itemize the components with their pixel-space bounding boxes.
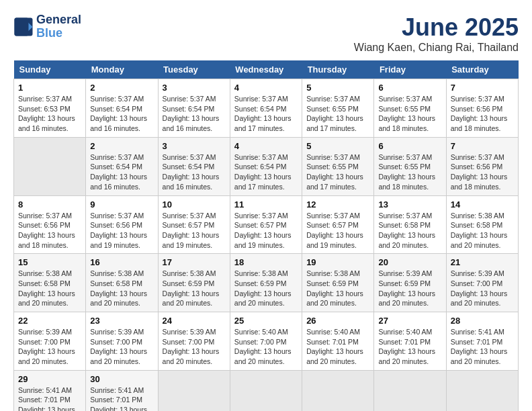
calendar-cell: 30 Sunrise: 5:41 AM Sunset: 7:01 PM Dayl… — [86, 370, 158, 411]
calendar-cell: 4 Sunrise: 5:37 AM Sunset: 6:54 PM Dayli… — [230, 79, 302, 138]
day-number: 17 — [163, 257, 226, 267]
day-number: 27 — [378, 316, 441, 326]
day-info: Sunrise: 5:37 AM Sunset: 6:54 PM Dayligh… — [234, 152, 298, 192]
calendar-cell: 6 Sunrise: 5:37 AM Sunset: 6:55 PM Dayli… — [374, 137, 446, 195]
day-number: 5 — [306, 141, 369, 151]
calendar-cell: 3 Sunrise: 5:37 AM Sunset: 6:54 PM Dayli… — [158, 137, 230, 195]
calendar-cell: 1 Sunrise: 5:37 AM Sunset: 6:53 PM Dayli… — [14, 79, 86, 138]
day-info: Sunrise: 5:37 AM Sunset: 6:54 PM Dayligh… — [90, 152, 153, 192]
calendar-cell: 29 Sunrise: 5:41 AM Sunset: 7:01 PM Dayl… — [14, 370, 86, 411]
day-number: 3 — [163, 141, 226, 151]
calendar-table: SundayMondayTuesdayWednesdayThursdayFrid… — [13, 60, 519, 411]
calendar-cell: 20 Sunrise: 5:39 AM Sunset: 6:59 PM Dayl… — [374, 254, 446, 312]
weekday-header-friday: Friday — [374, 60, 446, 79]
day-number: 6 — [378, 141, 441, 151]
svg-rect-2 — [15, 17, 29, 36]
day-info: Sunrise: 5:39 AM Sunset: 6:59 PM Dayligh… — [378, 269, 441, 308]
day-number: 4 — [234, 83, 298, 93]
calendar-cell: 18 Sunrise: 5:38 AM Sunset: 6:59 PM Dayl… — [230, 254, 302, 312]
header: General Blue June 2025 Wiang Kaen, Chian… — [13, 13, 519, 54]
day-info: Sunrise: 5:39 AM Sunset: 7:00 PM Dayligh… — [163, 327, 226, 367]
day-info: Sunrise: 5:40 AM Sunset: 7:00 PM Dayligh… — [234, 327, 298, 367]
day-number: 2 — [90, 141, 153, 151]
calendar-cell: 3 Sunrise: 5:37 AM Sunset: 6:54 PM Dayli… — [158, 79, 230, 138]
calendar-cell: 4 Sunrise: 5:37 AM Sunset: 6:54 PM Dayli… — [230, 137, 302, 195]
calendar-cell: 5 Sunrise: 5:37 AM Sunset: 6:55 PM Dayli… — [302, 137, 374, 195]
day-number: 9 — [90, 199, 153, 210]
calendar-cell: 28 Sunrise: 5:41 AM Sunset: 7:01 PM Dayl… — [446, 312, 518, 371]
calendar-cell: 12 Sunrise: 5:37 AM Sunset: 6:57 PM Dayl… — [302, 195, 374, 254]
day-info: Sunrise: 5:40 AM Sunset: 7:01 PM Dayligh… — [306, 327, 369, 367]
calendar-cell: 7 Sunrise: 5:37 AM Sunset: 6:56 PM Dayli… — [446, 79, 518, 138]
day-info: Sunrise: 5:37 AM Sunset: 6:56 PM Dayligh… — [451, 152, 514, 192]
day-number: 28 — [451, 316, 514, 326]
calendar-cell: 7 Sunrise: 5:37 AM Sunset: 6:56 PM Dayli… — [446, 137, 518, 195]
calendar-cell — [230, 370, 302, 411]
day-number: 6 — [378, 83, 441, 93]
calendar-cell: 13 Sunrise: 5:37 AM Sunset: 6:58 PM Dayl… — [374, 195, 446, 254]
day-info: Sunrise: 5:38 AM Sunset: 6:58 PM Dayligh… — [451, 211, 514, 250]
day-info: Sunrise: 5:39 AM Sunset: 7:00 PM Dayligh… — [451, 269, 514, 308]
weekday-header-saturday: Saturday — [446, 60, 518, 79]
weekday-header-wednesday: Wednesday — [230, 60, 302, 79]
day-info: Sunrise: 5:37 AM Sunset: 6:56 PM Dayligh… — [451, 94, 514, 134]
calendar-cell: 24 Sunrise: 5:39 AM Sunset: 7:00 PM Dayl… — [158, 312, 230, 371]
day-number: 13 — [378, 199, 441, 210]
calendar-cell: 10 Sunrise: 5:37 AM Sunset: 6:57 PM Dayl… — [158, 195, 230, 254]
calendar-cell — [14, 137, 86, 195]
day-number: 12 — [306, 199, 369, 210]
day-number: 23 — [90, 316, 153, 326]
calendar-cell — [374, 370, 446, 411]
calendar-cell — [158, 370, 230, 411]
day-info: Sunrise: 5:37 AM Sunset: 6:54 PM Dayligh… — [90, 94, 153, 134]
month-title: June 2025 — [354, 13, 519, 42]
calendar-cell: 2 Sunrise: 5:37 AM Sunset: 6:54 PM Dayli… — [86, 137, 158, 195]
day-info: Sunrise: 5:38 AM Sunset: 6:59 PM Dayligh… — [163, 269, 226, 308]
calendar-cell — [302, 370, 374, 411]
day-info: Sunrise: 5:41 AM Sunset: 7:01 PM Dayligh… — [18, 385, 81, 411]
day-number: 10 — [163, 199, 226, 210]
day-number: 19 — [306, 257, 369, 267]
day-number: 15 — [18, 257, 81, 267]
calendar-cell: 22 Sunrise: 5:39 AM Sunset: 7:00 PM Dayl… — [14, 312, 86, 371]
calendar-cell: 6 Sunrise: 5:37 AM Sunset: 6:55 PM Dayli… — [374, 79, 446, 138]
day-number: 3 — [163, 83, 226, 93]
day-info: Sunrise: 5:38 AM Sunset: 6:59 PM Dayligh… — [234, 269, 298, 308]
day-info: Sunrise: 5:37 AM Sunset: 6:57 PM Dayligh… — [234, 211, 298, 250]
weekday-header-thursday: Thursday — [302, 60, 374, 79]
day-info: Sunrise: 5:37 AM Sunset: 6:54 PM Dayligh… — [234, 94, 298, 134]
weekday-header-tuesday: Tuesday — [158, 60, 230, 79]
day-number: 26 — [306, 316, 369, 326]
location-title: Wiang Kaen, Chiang Rai, Thailand — [354, 42, 519, 54]
calendar-cell: 9 Sunrise: 5:37 AM Sunset: 6:56 PM Dayli… — [86, 195, 158, 254]
calendar-cell: 21 Sunrise: 5:39 AM Sunset: 7:00 PM Dayl… — [446, 254, 518, 312]
weekday-header-sunday: Sunday — [14, 60, 86, 79]
title-area: June 2025 Wiang Kaen, Chiang Rai, Thaila… — [354, 13, 519, 54]
weekday-header-monday: Monday — [86, 60, 158, 79]
day-number: 1 — [18, 83, 81, 93]
day-number: 7 — [451, 83, 514, 93]
day-info: Sunrise: 5:38 AM Sunset: 6:58 PM Dayligh… — [18, 269, 81, 308]
day-number: 2 — [90, 83, 153, 93]
day-info: Sunrise: 5:37 AM Sunset: 6:57 PM Dayligh… — [163, 211, 226, 250]
day-info: Sunrise: 5:38 AM Sunset: 6:59 PM Dayligh… — [306, 269, 369, 308]
calendar-cell: 2 Sunrise: 5:37 AM Sunset: 6:54 PM Dayli… — [86, 79, 158, 138]
day-number: 20 — [378, 257, 441, 267]
calendar-cell: 11 Sunrise: 5:37 AM Sunset: 6:57 PM Dayl… — [230, 195, 302, 254]
day-info: Sunrise: 5:41 AM Sunset: 7:01 PM Dayligh… — [90, 385, 153, 411]
day-info: Sunrise: 5:37 AM Sunset: 6:56 PM Dayligh… — [90, 211, 153, 250]
day-number: 11 — [234, 199, 298, 210]
calendar-cell: 8 Sunrise: 5:37 AM Sunset: 6:56 PM Dayli… — [14, 195, 86, 254]
day-info: Sunrise: 5:37 AM Sunset: 6:56 PM Dayligh… — [18, 211, 81, 250]
calendar-cell: 5 Sunrise: 5:37 AM Sunset: 6:55 PM Dayli… — [302, 79, 374, 138]
day-number: 24 — [163, 316, 226, 326]
calendar-cell: 19 Sunrise: 5:38 AM Sunset: 6:59 PM Dayl… — [302, 254, 374, 312]
day-number: 25 — [234, 316, 298, 326]
day-info: Sunrise: 5:37 AM Sunset: 6:55 PM Dayligh… — [378, 152, 441, 192]
calendar-cell: 16 Sunrise: 5:38 AM Sunset: 6:58 PM Dayl… — [86, 254, 158, 312]
logo: General Blue — [13, 13, 81, 40]
calendar-cell — [446, 370, 518, 411]
day-info: Sunrise: 5:37 AM Sunset: 6:55 PM Dayligh… — [306, 94, 369, 134]
day-number: 22 — [18, 316, 81, 326]
calendar-cell: 26 Sunrise: 5:40 AM Sunset: 7:01 PM Dayl… — [302, 312, 374, 371]
